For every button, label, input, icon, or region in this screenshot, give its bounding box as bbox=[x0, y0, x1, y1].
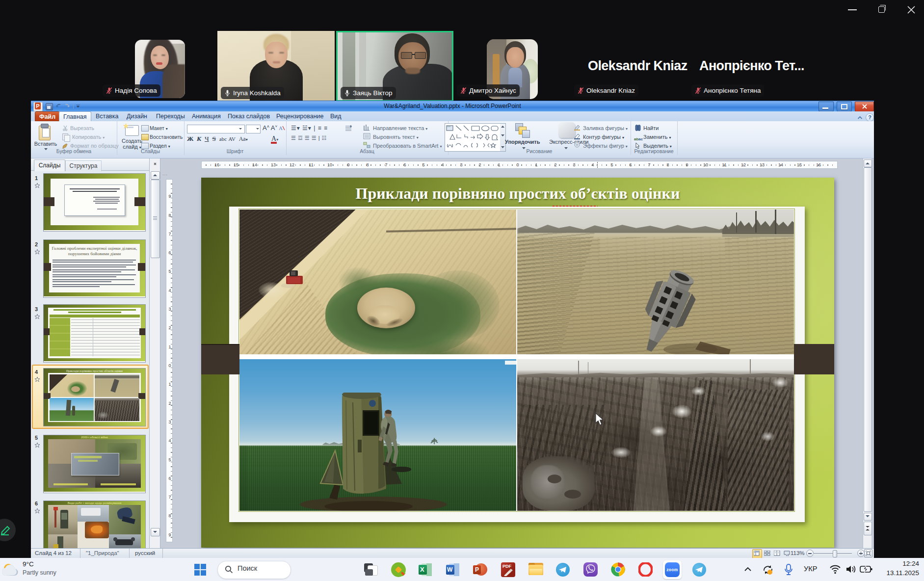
svg-text:A: A bbox=[279, 125, 283, 131]
